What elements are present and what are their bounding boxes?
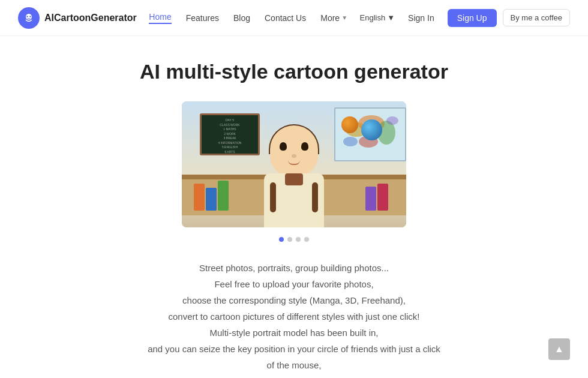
globe-decoration (361, 119, 382, 140)
character-head (270, 125, 318, 176)
book-4 (377, 184, 388, 211)
carousel-dot-4[interactable] (304, 237, 309, 242)
nav-home[interactable]: Home (149, 12, 171, 24)
desc-line-1: Street photos, portraits, group building… (199, 263, 389, 273)
coffee-button[interactable]: By me a coffee (503, 9, 570, 26)
chevron-up-icon: ▲ (554, 344, 564, 355)
logo-icon (18, 7, 40, 29)
nav-features[interactable]: Features (186, 13, 219, 23)
eye-right (301, 142, 308, 151)
more-dropdown-arrow: ▼ (341, 14, 347, 21)
brand-name: AICartoonGenerator (44, 13, 137, 23)
desc-line-4: convert to cartoon pictures of different… (168, 311, 419, 322)
desc-line-5: Multi-style portrait model has been buil… (210, 328, 379, 338)
carousel-dot-3[interactable] (296, 237, 301, 242)
eye-left (280, 142, 287, 151)
svg-point-1 (26, 16, 28, 17)
character-collar (285, 173, 303, 185)
mouth (288, 160, 300, 165)
book-3 (218, 181, 229, 211)
brand-logo-link[interactable]: AICartoonGenerator (18, 7, 137, 29)
svg-point-9 (386, 116, 398, 125)
strap-right (312, 182, 318, 212)
svg-point-7 (343, 137, 358, 146)
carousel-dot-2[interactable] (287, 237, 292, 242)
character-body (264, 173, 324, 227)
cartoon-character (252, 119, 336, 227)
nav-blog[interactable]: Blog (233, 13, 250, 23)
carousel-dot-1[interactable] (279, 237, 284, 242)
language-selector[interactable]: English ▼ (360, 13, 395, 22)
logo-svg (23, 12, 35, 24)
svg-point-2 (29, 16, 31, 17)
book-1 (194, 184, 205, 211)
book-2 (206, 188, 217, 211)
hero-section: AI multi-style cartoon generator (0, 36, 588, 378)
hero-title: AI multi-style cartoon generator (12, 60, 576, 83)
desc-line-6: and you can seize the key position in yo… (148, 344, 440, 370)
nav-contact[interactable]: Contact Us (265, 13, 306, 23)
carousel-wrapper: DAY 5CLASS WORK1 MATHS2 WORK3 BREAK4 INF… (12, 101, 576, 227)
blackboard-decoration: DAY 5CLASS WORK1 MATHS2 WORK3 BREAK4 INF… (200, 113, 260, 155)
nav-actions: English ▼ Sign In Sign Up By me a coffee (360, 9, 570, 27)
planet-decoration (341, 116, 358, 133)
sign-up-button[interactable]: Sign Up (448, 9, 497, 27)
blackboard-text: DAY 5CLASS WORK1 MATHS2 WORK3 BREAK4 INF… (202, 115, 258, 157)
navbar: AICartoonGenerator Home Features Blog Co… (0, 0, 588, 36)
sign-in-button[interactable]: Sign In (401, 10, 442, 26)
book-5 (365, 187, 376, 211)
scroll-to-top-button[interactable]: ▲ (548, 338, 570, 360)
hero-description: Street photos, portraits, group building… (144, 260, 444, 378)
desc-line-3: choose the corresponding style (Manga, 3… (182, 295, 406, 305)
strap-left (270, 182, 276, 212)
desc-line-2: Feel free to upload your favorite photos… (214, 279, 373, 289)
carousel-image: DAY 5CLASS WORK1 MATHS2 WORK3 BREAK4 INF… (182, 101, 406, 227)
nose (292, 154, 296, 158)
lang-arrow-icon: ▼ (387, 13, 395, 22)
nav-links: Home Features Blog Contact Us More ▼ (149, 12, 347, 24)
carousel-dots (12, 237, 576, 242)
nav-more[interactable]: More ▼ (320, 13, 347, 23)
